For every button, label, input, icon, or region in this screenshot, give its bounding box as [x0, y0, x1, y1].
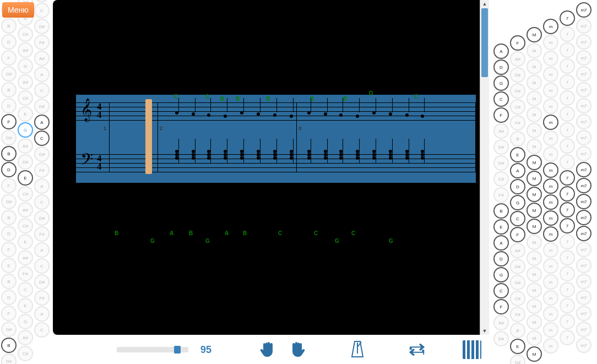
left-key[interactable]: C# [18, 346, 33, 361]
left-key[interactable]: B [1, 274, 17, 289]
right-key[interactable]: m [543, 258, 558, 274]
right-key[interactable]: 7 [560, 234, 575, 249]
left-key[interactable]: F# [18, 266, 33, 281]
right-key[interactable]: F [510, 35, 525, 51]
left-key[interactable]: A [34, 115, 50, 130]
right-key[interactable]: B [510, 131, 525, 146]
right-key[interactable]: M [527, 75, 542, 90]
right-key[interactable]: G [493, 75, 509, 91]
right-key[interactable]: F# [510, 115, 525, 131]
left-key[interactable]: D [1, 226, 17, 241]
right-key[interactable]: m [543, 115, 558, 130]
right-key[interactable]: M [527, 123, 542, 138]
right-key[interactable]: A# [510, 243, 525, 258]
right-key[interactable]: G# [510, 83, 525, 99]
right-key[interactable]: F# [510, 307, 525, 322]
right-key[interactable]: M [527, 107, 542, 122]
right-key[interactable]: A# [493, 315, 509, 330]
left-key[interactable]: C [34, 258, 50, 274]
left-key[interactable]: G [18, 122, 33, 138]
right-key[interactable]: m7 [576, 210, 591, 225]
left-key[interactable]: D# [34, 274, 50, 290]
left-key[interactable]: B [1, 210, 17, 225]
right-key[interactable]: D# [510, 67, 525, 83]
right-key[interactable]: D [493, 251, 509, 267]
scroll-thumb[interactable] [481, 8, 488, 77]
right-key[interactable]: C [493, 283, 509, 298]
left-key[interactable]: G# [1, 130, 17, 145]
right-key[interactable]: 7 [560, 26, 575, 42]
left-key[interactable]: E [18, 170, 33, 186]
right-key[interactable]: M [527, 251, 542, 266]
right-key[interactable]: M [527, 282, 542, 298]
right-key[interactable]: C# [493, 171, 509, 187]
right-key[interactable]: m [543, 322, 558, 338]
right-hand-icon[interactable] [289, 340, 307, 359]
right-key[interactable]: 7 [560, 138, 575, 154]
right-key[interactable]: m7 [576, 98, 591, 113]
right-key[interactable]: 7 [560, 58, 575, 74]
left-key[interactable]: G# [1, 322, 17, 337]
right-key[interactable]: C# [510, 291, 525, 306]
menu-button[interactable]: Меню [2, 2, 34, 18]
right-key[interactable]: D [493, 59, 509, 75]
right-key[interactable]: m [543, 146, 558, 162]
right-key[interactable]: 7 [560, 90, 575, 106]
right-key[interactable]: G# [493, 155, 509, 171]
right-key[interactable]: m [543, 19, 558, 34]
right-key[interactable]: M [527, 139, 542, 154]
right-key[interactable]: C [510, 211, 525, 226]
tempo-thumb[interactable] [174, 346, 181, 354]
right-key[interactable]: m7 [576, 146, 591, 161]
right-key[interactable]: m7 [576, 306, 591, 321]
right-key[interactable]: M [527, 187, 542, 202]
left-key[interactable]: A [34, 242, 50, 258]
left-key[interactable]: E [18, 106, 33, 122]
right-key[interactable]: m [543, 83, 558, 98]
right-key[interactable]: M [527, 219, 542, 234]
right-key[interactable]: M [527, 171, 542, 186]
scrollbar[interactable]: ▲ ▼ [480, 0, 489, 335]
left-key[interactable]: C [34, 83, 50, 98]
right-key[interactable]: D# [493, 139, 509, 155]
left-key[interactable]: G# [1, 194, 17, 209]
right-key[interactable]: M [527, 235, 542, 250]
right-key[interactable]: 7 [560, 330, 575, 345]
right-key[interactable]: A [493, 235, 509, 251]
right-key[interactable]: m [543, 226, 558, 242]
right-key[interactable]: m [543, 67, 558, 82]
left-key[interactable]: A# [18, 330, 33, 345]
right-key[interactable]: D# [510, 259, 525, 274]
right-key[interactable]: B [510, 323, 525, 338]
loop-icon[interactable] [408, 340, 426, 359]
left-key[interactable]: A [34, 67, 50, 82]
right-key[interactable]: m7 [576, 66, 591, 82]
left-key[interactable]: C [34, 322, 50, 338]
left-key[interactable]: G# [34, 146, 50, 162]
right-key[interactable]: 7 [560, 122, 575, 138]
left-key[interactable]: G [18, 314, 33, 329]
right-key[interactable]: 7 [560, 202, 575, 218]
left-key[interactable]: F# [34, 35, 50, 50]
playhead[interactable] [145, 99, 152, 174]
right-key[interactable]: 7 [560, 218, 575, 233]
right-key[interactable]: 7 [560, 74, 575, 90]
left-key[interactable]: A# [34, 51, 50, 66]
right-key[interactable]: m7 [576, 18, 591, 34]
right-key[interactable]: G [510, 195, 525, 210]
right-key[interactable]: 7 [560, 154, 575, 170]
right-key[interactable]: M [527, 314, 542, 330]
right-key[interactable]: G# [510, 275, 525, 290]
right-key[interactable]: A# [510, 51, 525, 67]
right-key[interactable]: 7 [560, 314, 575, 329]
right-key[interactable]: m [543, 51, 558, 66]
scroll-down-icon[interactable]: ▼ [480, 327, 489, 335]
left-key[interactable]: C# [18, 26, 33, 42]
left-key[interactable]: B [1, 146, 17, 161]
left-key[interactable]: B [1, 338, 17, 353]
right-key[interactable]: m [543, 242, 558, 258]
right-key[interactable]: F [493, 107, 509, 123]
tempo-slider[interactable] [117, 347, 188, 352]
left-key[interactable]: B [1, 18, 17, 34]
right-key[interactable]: G# [510, 355, 525, 364]
